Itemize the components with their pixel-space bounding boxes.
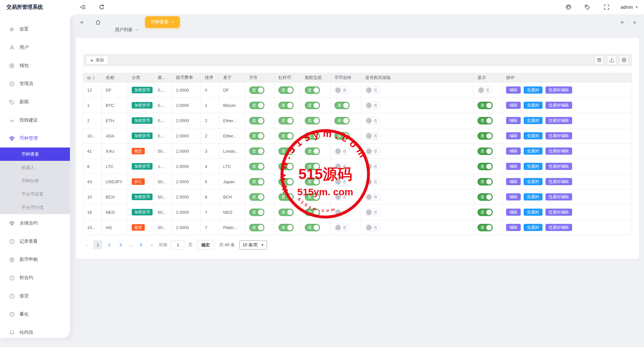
print-button[interactable] xyxy=(619,56,629,65)
leverage-toggle[interactable]: 是 xyxy=(278,193,294,201)
sidebar-item-7[interactable]: 永续合约 xyxy=(0,214,70,232)
display-toggle[interactable]: 否 xyxy=(477,86,493,94)
sidebar-subitem-3[interactable]: 平台币设置 xyxy=(0,187,70,201)
coin-transfer-toggle[interactable]: 是 xyxy=(334,102,350,109)
options-trade-toggle[interactable]: 是 xyxy=(305,224,320,231)
insurance-toggle[interactable]: 否 xyxy=(365,117,381,124)
coin-transfer-toggle[interactable]: 否 xyxy=(334,86,350,94)
coin-transfer-toggle[interactable]: 否 xyxy=(334,209,350,216)
page-number-5[interactable]: 5 xyxy=(137,240,145,249)
collapse-sidebar-icon[interactable] xyxy=(80,4,86,10)
open-market-toggle[interactable]: 是 xyxy=(249,117,264,124)
trade-pair-button[interactable]: 交易对 xyxy=(524,224,543,231)
display-toggle[interactable]: 是 xyxy=(477,163,493,170)
open-market-toggle[interactable]: 是 xyxy=(249,224,264,231)
insurance-toggle[interactable]: 否 xyxy=(365,178,381,186)
leverage-toggle[interactable]: 是 xyxy=(278,163,294,170)
display-toggle[interactable]: 是 xyxy=(477,193,493,201)
sidebar-item-5[interactable]: ∞投拆建议 xyxy=(0,111,70,129)
tab-active[interactable]: 币种查看 × xyxy=(145,16,180,28)
edit-button[interactable]: 编辑 xyxy=(506,117,521,124)
options-trade-toggle[interactable]: 是 xyxy=(305,193,320,201)
options-trade-toggle[interactable]: 是 xyxy=(305,86,320,94)
leverage-toggle[interactable]: 是 xyxy=(278,209,294,216)
refresh-icon[interactable] xyxy=(99,4,105,10)
tabs-scroll-right-icon[interactable]: » xyxy=(617,19,627,25)
trade-pair-edit-button[interactable]: 交易对编辑 xyxy=(545,224,572,231)
tabs-scroll-left-icon[interactable]: « xyxy=(77,19,87,25)
tab-2[interactable]: 用户列表× xyxy=(110,22,143,38)
insurance-toggle[interactable]: 否 xyxy=(365,193,381,201)
insurance-toggle[interactable]: 否 xyxy=(365,224,381,231)
open-market-toggle[interactable]: 是 xyxy=(249,193,264,201)
sidebar-item-8[interactable]: 记录查看 xyxy=(0,232,70,251)
display-toggle[interactable]: 是 xyxy=(477,209,493,216)
tabs-menu-chevron-down-icon[interactable]: ∨ xyxy=(630,20,639,25)
close-tab-icon[interactable]: × xyxy=(135,28,138,32)
edit-button[interactable]: 编辑 xyxy=(506,102,521,109)
options-trade-toggle[interactable]: 是 xyxy=(305,117,320,124)
page-number-2[interactable]: 2 xyxy=(105,240,114,249)
edit-button[interactable]: 编辑 xyxy=(506,224,521,231)
sidebar-item-11[interactable]: 借贷 xyxy=(0,287,70,305)
theme-palette-icon[interactable] xyxy=(565,4,572,10)
open-market-toggle[interactable]: 是 xyxy=(249,178,264,186)
display-toggle[interactable]: 是 xyxy=(477,117,493,124)
coin-transfer-toggle[interactable]: 否 xyxy=(334,178,350,186)
coin-transfer-toggle[interactable]: 否 xyxy=(334,193,350,201)
sidebar-item-2[interactable]: 钱包 xyxy=(0,57,70,75)
sidebar-item-0[interactable]: ⚙设置 xyxy=(0,20,70,38)
sort-icon[interactable] xyxy=(92,76,95,80)
trade-pair-button[interactable]: 交易对 xyxy=(524,102,543,109)
leverage-toggle[interactable]: 是 xyxy=(278,102,294,109)
trade-pair-button[interactable]: 交易对 xyxy=(524,178,543,186)
sidebar-item-1[interactable]: 用户 xyxy=(0,38,70,57)
leverage-toggle[interactable]: 是 xyxy=(278,224,294,231)
edit-button[interactable]: 编辑 xyxy=(506,86,521,94)
leverage-toggle[interactable]: 是 xyxy=(278,148,294,155)
page-number-1[interactable]: 1 xyxy=(93,240,102,249)
sidebar-subitem-0[interactable]: 币种查看 xyxy=(0,148,70,161)
open-market-toggle[interactable]: 是 xyxy=(249,209,264,216)
insurance-toggle[interactable]: 否 xyxy=(365,132,381,140)
trade-pair-button[interactable]: 交易对 xyxy=(524,148,543,155)
trade-pair-button[interactable]: 交易对 xyxy=(524,86,543,94)
options-trade-toggle[interactable]: 是 xyxy=(305,209,320,216)
jump-page-input[interactable] xyxy=(171,240,185,250)
open-market-toggle[interactable]: 是 xyxy=(249,86,264,94)
home-tab-icon[interactable] xyxy=(89,19,107,25)
close-tab-icon[interactable]: × xyxy=(171,20,174,25)
confirm-button[interactable]: 确定 xyxy=(197,240,214,250)
options-trade-toggle[interactable]: 是 xyxy=(305,178,320,186)
display-toggle[interactable]: 是 xyxy=(477,148,493,155)
edit-button[interactable]: 编辑 xyxy=(506,148,521,155)
edit-button[interactable]: 编辑 xyxy=(506,209,521,216)
sidebar-item-9[interactable]: 新币申购 xyxy=(0,251,70,269)
add-button[interactable]: + 添加 xyxy=(86,56,108,65)
trade-pair-edit-button[interactable]: 交易对编辑 xyxy=(545,148,572,155)
trade-pair-button[interactable]: 交易对 xyxy=(524,209,543,216)
columns-setting-button[interactable] xyxy=(595,56,604,65)
sidebar-item-3[interactable]: 管理员 xyxy=(0,75,70,93)
trade-pair-button[interactable]: 交易对 xyxy=(524,193,543,201)
leverage-toggle[interactable]: 是 xyxy=(278,132,294,140)
open-market-toggle[interactable]: 是 xyxy=(249,132,264,140)
coin-transfer-toggle[interactable]: 否 xyxy=(334,163,350,170)
open-market-toggle[interactable]: 是 xyxy=(249,163,264,170)
sidebar-item-10[interactable]: 秒合约 xyxy=(0,269,70,287)
insurance-toggle[interactable]: 否 xyxy=(365,163,381,170)
edit-button[interactable]: 编辑 xyxy=(506,193,521,201)
display-toggle[interactable]: 是 xyxy=(477,102,493,109)
insurance-toggle[interactable]: 否 xyxy=(365,148,381,155)
trade-pair-edit-button[interactable]: 交易对编辑 xyxy=(545,86,572,94)
sidebar-subitem-2[interactable]: 币种分类 xyxy=(0,174,70,187)
sidebar-item-4[interactable]: 新闻 xyxy=(0,93,70,111)
leverage-toggle[interactable]: 是 xyxy=(278,86,294,94)
insurance-toggle[interactable]: 否 xyxy=(365,102,381,109)
export-button[interactable] xyxy=(607,56,616,65)
coin-transfer-toggle[interactable]: 是 xyxy=(334,132,350,140)
trade-pair-edit-button[interactable]: 交易对编辑 xyxy=(545,132,572,140)
insurance-toggle[interactable]: 否 xyxy=(365,209,381,216)
insurance-toggle[interactable]: 否 xyxy=(365,86,381,94)
leverage-toggle[interactable]: 是 xyxy=(278,117,294,124)
